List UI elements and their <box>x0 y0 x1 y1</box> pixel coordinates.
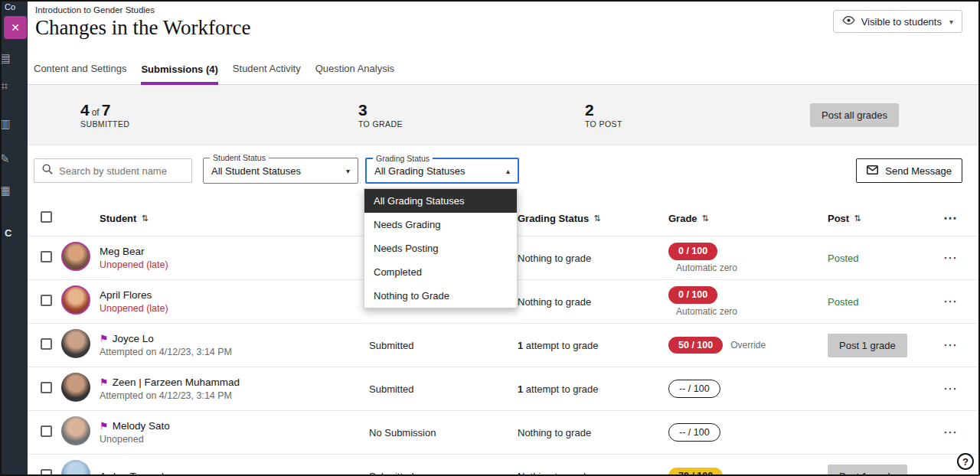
student-substatus: Unopened (late) <box>100 259 369 270</box>
row-checkbox[interactable] <box>41 251 52 262</box>
close-button[interactable]: ✕ <box>4 16 27 39</box>
submission-status: Submitted <box>369 471 518 476</box>
header-grade[interactable]: Grade⇅ <box>668 213 828 224</box>
row-checkbox[interactable] <box>41 338 52 350</box>
dropdown-option[interactable]: Nothing to Grade <box>364 284 517 308</box>
grading-status-label: Grading Status <box>373 154 433 163</box>
header-student[interactable]: Student⇅ <box>100 213 369 224</box>
grade-pill[interactable]: 70 / 100 <box>668 468 723 476</box>
dropdown-option[interactable]: Needs Posting <box>364 236 517 260</box>
post-grade-button[interactable]: Post 1 grade <box>828 465 907 476</box>
page-title: Changes in the Workforce <box>35 16 963 40</box>
left-rail: Co ✕ ▤ ⌗ ▥ ✎ ▦ C <box>2 2 28 474</box>
grading-status: 1 attempt to grade <box>518 340 668 351</box>
table-menu-icon[interactable]: ⋯ <box>943 210 957 227</box>
avatar <box>61 416 90 445</box>
row-menu-icon[interactable]: ⋯ <box>943 293 957 310</box>
avatar <box>61 373 90 402</box>
search-input[interactable] <box>59 165 184 177</box>
envelope-icon <box>867 165 878 177</box>
tab-student-activity[interactable]: Student Activity <box>233 63 301 84</box>
sort-icon: ⇅ <box>854 214 861 223</box>
chevron-down-icon: ▾ <box>949 18 953 26</box>
search-box <box>34 158 192 183</box>
grading-status: Nothing to grade <box>518 253 668 264</box>
visibility-label: Visible to students <box>861 16 942 28</box>
post-status: Posted <box>828 296 858 308</box>
row-menu-icon[interactable]: ⋯ <box>943 380 957 397</box>
student-name[interactable]: April Flores <box>100 289 152 301</box>
student-name[interactable]: Melody Sato <box>113 420 170 432</box>
clipboard-icon[interactable]: ▤ <box>2 51 13 65</box>
grade-pill[interactable]: -- / 100 <box>668 380 720 399</box>
send-message-button[interactable]: Send Message <box>856 158 962 183</box>
grading-status: Nothing to grade <box>518 296 668 308</box>
submission-status: Submitted <box>369 340 518 351</box>
header-post[interactable]: Post⇅ <box>828 213 943 224</box>
tab-bar: Content and Settings Submissions (4) Stu… <box>28 52 978 85</box>
stats-bar: 4of7 SUBMITTED 3 TO GRADE 2 TO POST Post… <box>28 85 978 145</box>
post-all-grades-button[interactable]: Post all grades <box>810 103 899 127</box>
row-menu-icon[interactable]: ⋯ <box>943 424 957 441</box>
flag-icon: ⚑ <box>100 377 109 388</box>
grading-status: 1 attempt to grade <box>518 383 668 395</box>
grading-status-dropdown: All Grading Statuses Needs Grading Needs… <box>364 188 518 308</box>
grading-status-select[interactable]: Grading Status All Grading Statuses ▴ <box>365 158 519 184</box>
grade-pill[interactable]: -- / 100 <box>668 423 720 442</box>
row-checkbox[interactable] <box>41 382 52 393</box>
tab-content-settings[interactable]: Content and Settings <box>34 63 126 84</box>
dropdown-option[interactable]: Completed <box>364 260 517 284</box>
dropdown-option[interactable]: All Grading Statuses <box>364 189 517 213</box>
breadcrumb[interactable]: Introduction to Gender Studies <box>35 5 963 15</box>
tab-question-analysis[interactable]: Question Analysis <box>315 63 394 84</box>
row-menu-icon[interactable]: ⋯ <box>943 249 957 266</box>
rail-peek-text: Co <box>5 2 15 11</box>
avatar <box>61 329 90 358</box>
student-substatus: Unopened (late) <box>100 303 369 314</box>
pencil-icon[interactable]: ✎ <box>2 152 13 166</box>
tab-submissions[interactable]: Submissions (4) <box>141 64 217 85</box>
student-status-select[interactable]: Student Status All Student Statuses ▾ <box>203 158 358 184</box>
flag-icon: ⚑ <box>100 420 109 432</box>
grade-note: Automatic zero <box>676 306 737 317</box>
student-substatus: Unopened <box>100 434 369 445</box>
post-grade-button[interactable]: Post 1 grade <box>828 334 907 357</box>
form-icon[interactable]: ▦ <box>2 183 13 197</box>
stat-submitted: 4of7 SUBMITTED <box>80 101 358 129</box>
terminal-icon[interactable]: ⌗ <box>2 80 13 93</box>
submission-status: Submitted <box>369 383 518 395</box>
sort-icon: ⇅ <box>702 214 709 223</box>
rail-peek-text-2: C <box>5 227 11 239</box>
row-menu-icon[interactable]: ⋯ <box>943 468 957 476</box>
grade-pill[interactable]: 0 / 100 <box>668 243 717 260</box>
grade-pill[interactable]: 50 / 100 <box>668 337 723 354</box>
select-all-checkbox[interactable] <box>41 211 52 223</box>
grade-pill[interactable]: 0 / 100 <box>668 286 717 304</box>
student-substatus: Attempted on 4/12/23, 3:14 PM <box>100 390 369 401</box>
dropdown-option[interactable]: Needs Grading <box>364 213 517 236</box>
stat-to-post: 2 TO POST <box>585 101 622 129</box>
student-name[interactable]: Joyce Lo <box>113 333 154 344</box>
avatar <box>61 460 90 476</box>
visibility-dropdown-button[interactable]: Visible to students ▾ <box>833 10 962 33</box>
header-grading-status[interactable]: Grading Status⇅ <box>518 213 668 224</box>
table-row: Arden Tuomala Submitted Nothing to grade… <box>28 454 978 476</box>
page-header: Introduction to Gender Studies Changes i… <box>28 2 978 52</box>
row-checkbox[interactable] <box>41 295 52 306</box>
document-icon[interactable]: ▥ <box>2 116 13 131</box>
avatar <box>61 242 90 271</box>
grade-note: Override <box>730 340 766 350</box>
student-name[interactable]: Arden Tuomala <box>100 471 170 476</box>
row-checkbox[interactable] <box>41 425 52 437</box>
student-name[interactable]: Meg Bear <box>100 246 145 257</box>
student-name[interactable]: Zeen | Farzeen Muhammad <box>113 377 240 388</box>
grading-status: Nothing to grade <box>518 471 668 476</box>
student-substatus: Attempted on 4/12/23, 3:14 PM <box>100 347 369 357</box>
chevron-down-icon: ▾ <box>346 167 350 175</box>
stat-to-grade: 3 TO GRADE <box>358 101 585 129</box>
row-checkbox[interactable] <box>41 469 52 476</box>
help-button[interactable]: ? <box>957 453 974 470</box>
row-menu-icon[interactable]: ⋯ <box>943 337 957 354</box>
sort-icon: ⇅ <box>141 214 148 223</box>
table-row: ⚑Zeen | Farzeen Muhammad Attempted on 4/… <box>28 367 978 410</box>
